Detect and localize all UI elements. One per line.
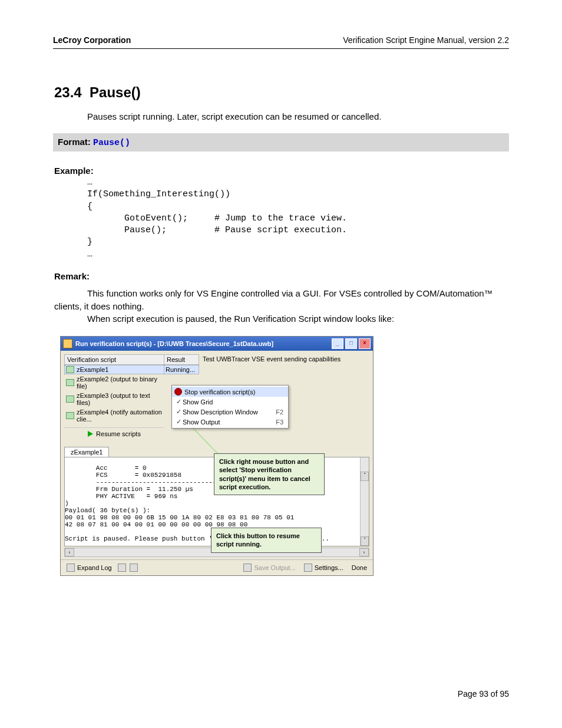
menu-item-show-grid[interactable]: ✓ Show Grid	[172, 397, 288, 407]
vs-icon	[66, 412, 74, 419]
scroll-right-icon[interactable]: ›	[359, 548, 369, 556]
section-name: Pause()	[90, 84, 141, 100]
script-name: zExample4 (notify automation clie...	[77, 409, 163, 423]
window-titlebar[interactable]: Run verification script(s) - [D:\UWB Tra…	[61, 337, 373, 351]
menu-item-show-output[interactable]: ✓ Show Output F3	[172, 417, 288, 427]
example-label: Example:	[54, 166, 509, 176]
script-name: zExample3 (output to text files)	[77, 392, 163, 406]
vertical-scrollbar[interactable]: ˄ ˅	[360, 457, 369, 546]
output-tab[interactable]: zExample1	[64, 447, 109, 457]
script-list: Verification script zExample1 zExample2 …	[64, 354, 164, 440]
script-name: zExample2 (output to binary file)	[77, 375, 163, 390]
gear-icon	[304, 564, 312, 572]
stop-icon	[174, 388, 182, 396]
section-heading: 23.4 Pause()	[54, 84, 509, 101]
minimize-button[interactable]: _	[332, 338, 343, 349]
header-rule	[53, 48, 509, 49]
app-icon	[63, 339, 72, 348]
result-cell: Running...	[164, 365, 199, 374]
scroll-up-icon[interactable]: ˄	[361, 472, 369, 481]
done-button[interactable]: Done	[349, 563, 369, 572]
play-icon	[88, 431, 93, 437]
script-row[interactable]: zExample4 (notify automation clie...	[64, 407, 164, 424]
format-box: Format: Pause()	[53, 133, 509, 151]
check-icon: ✓	[174, 418, 183, 426]
close-button[interactable]: ×	[359, 338, 371, 349]
maximize-button[interactable]: □	[345, 338, 357, 349]
script-row[interactable]: zExample3 (output to text files)	[64, 391, 164, 407]
column-header-script[interactable]: Verification script	[64, 354, 164, 365]
vs-icon	[66, 379, 74, 386]
scroll-down-icon[interactable]: ˅	[361, 536, 369, 546]
resume-scripts-button[interactable]: Resume scripts	[96, 430, 141, 437]
header-manual-title: Verification Script Engine Manual, versi…	[343, 35, 509, 45]
script-name: zExample1	[77, 366, 108, 373]
expand-log-button[interactable]: Expand Log	[64, 562, 114, 573]
check-icon: ✓	[174, 398, 183, 406]
settings-button[interactable]: Settings...	[302, 562, 346, 573]
view-icon-2[interactable]	[130, 564, 138, 572]
header-company: LeCroy Corporation	[53, 35, 131, 45]
script-row[interactable]: zExample2 (output to binary file)	[64, 374, 164, 391]
result-cell	[164, 374, 199, 384]
description-pane: Test UWBTracer VSE event sending capabil…	[199, 354, 369, 364]
window-title: Run verification script(s) - [D:\UWB Tra…	[75, 340, 273, 347]
description-text: Test UWBTracer VSE event sending capabil…	[203, 355, 340, 363]
script-row[interactable]: zExample1	[64, 365, 164, 374]
column-header-result[interactable]: Result	[164, 354, 199, 365]
example-code: … If(Something_Interesting()) { GotoEven…	[87, 177, 509, 261]
page-number: Page 93 of 95	[458, 689, 509, 699]
remark-label: Remark:	[54, 271, 509, 281]
menu-item-show-description[interactable]: ✓ Show Description Window F2	[172, 407, 288, 417]
scroll-left-icon[interactable]: ‹	[65, 548, 74, 556]
check-icon: ✓	[174, 408, 183, 416]
section-number: 23.4	[54, 84, 82, 100]
menu-item-stop-scripts[interactable]: Stop verification script(s)	[172, 387, 288, 397]
expand-icon	[67, 564, 75, 572]
remark-p2: When script execution is paused, the Run…	[87, 314, 394, 324]
save-output-button: Save Output...	[241, 562, 297, 573]
remark-p1: This function works only for VS Engine c…	[54, 288, 493, 311]
save-icon	[243, 564, 252, 572]
vs-icon	[66, 366, 74, 373]
screenshot-window: Run verification script(s) - [D:\UWB Tra…	[60, 336, 373, 576]
callout-stop-hint: Click right mouse button and select 'Sto…	[214, 453, 325, 495]
format-code: Pause()	[93, 138, 130, 148]
view-icon-1[interactable]	[118, 564, 126, 572]
context-menu: Stop verification script(s) ✓ Show Grid …	[171, 385, 289, 429]
remark-body: This function works only for VS Engine c…	[54, 287, 508, 325]
vs-icon	[66, 396, 74, 403]
section-description: Pauses script running. Later, script exe…	[87, 111, 509, 121]
callout-resume-hint: Click this button to resume script runni…	[211, 528, 322, 553]
format-label: Format:	[58, 137, 91, 147]
